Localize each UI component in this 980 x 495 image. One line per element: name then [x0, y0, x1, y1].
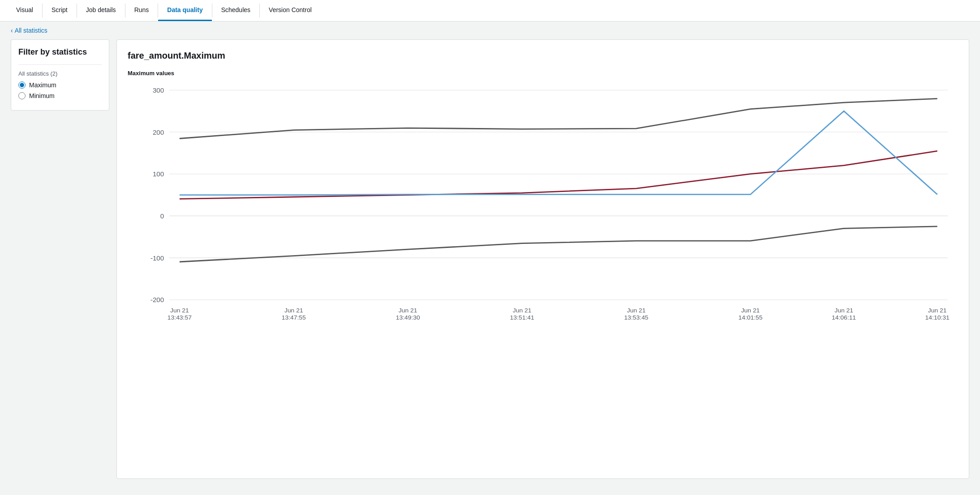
svg-text:14:06:11: 14:06:11: [832, 315, 856, 321]
svg-text:-200: -200: [150, 297, 164, 304]
chart-svg: 300 200 100 0 -100 -200: [128, 80, 958, 340]
svg-text:300: 300: [153, 87, 164, 94]
tab-data-quality[interactable]: Data quality: [158, 0, 211, 21]
chart-container: 300 200 100 0 -100 -200: [128, 80, 958, 340]
chart-area: fare_amount.Maximum Maximum values 300 2…: [116, 39, 969, 479]
svg-text:Jun 21: Jun 21: [170, 307, 189, 314]
svg-text:Jun 21: Jun 21: [741, 307, 760, 314]
tab-runs[interactable]: Runs: [125, 0, 158, 21]
radio-minimum-label: Minimum: [29, 92, 55, 99]
radio-minimum[interactable]: Minimum: [18, 92, 102, 99]
filter-panel: Filter by statistics All statistics (2) …: [11, 39, 109, 111]
svg-text:0: 0: [160, 213, 164, 220]
all-statistics-link[interactable]: ‹ All statistics: [11, 27, 969, 34]
filter-title: Filter by statistics: [18, 47, 102, 57]
top-navigation: Visual Script Job details Runs Data qual…: [0, 0, 980, 21]
svg-text:14:01:55: 14:01:55: [738, 315, 762, 321]
svg-text:Jun 21: Jun 21: [627, 307, 646, 314]
svg-text:Jun 21: Jun 21: [834, 307, 853, 314]
chevron-left-icon: ‹: [11, 27, 13, 34]
svg-text:13:47:55: 13:47:55: [282, 315, 306, 321]
svg-text:13:49:30: 13:49:30: [396, 315, 420, 321]
radio-maximum-label: Maximum: [29, 81, 56, 89]
svg-text:13:43:57: 13:43:57: [168, 315, 192, 321]
svg-text:Jun 21: Jun 21: [284, 307, 303, 314]
svg-text:13:51:41: 13:51:41: [510, 315, 534, 321]
svg-text:200: 200: [153, 129, 164, 136]
svg-text:Jun 21: Jun 21: [399, 307, 417, 314]
tab-visual[interactable]: Visual: [7, 0, 42, 21]
radio-minimum-input[interactable]: [18, 92, 26, 99]
breadcrumb-label: All statistics: [15, 27, 47, 34]
tab-version-control[interactable]: Version Control: [260, 0, 321, 21]
chart-subtitle: Maximum values: [128, 70, 958, 77]
radio-maximum-input[interactable]: [18, 81, 26, 89]
svg-text:Jun 21: Jun 21: [928, 307, 947, 314]
main-content: Filter by statistics All statistics (2) …: [0, 39, 980, 490]
svg-text:-100: -100: [150, 255, 164, 262]
svg-text:13:53:45: 13:53:45: [624, 315, 649, 321]
tab-schedules[interactable]: Schedules: [212, 0, 259, 21]
svg-text:Jun 21: Jun 21: [513, 307, 532, 314]
filter-section-label: All statistics (2): [18, 64, 102, 77]
svg-text:14:10:31: 14:10:31: [925, 315, 950, 321]
radio-maximum[interactable]: Maximum: [18, 81, 102, 89]
svg-text:100: 100: [153, 171, 164, 178]
tab-script[interactable]: Script: [43, 0, 77, 21]
breadcrumb: ‹ All statistics: [0, 21, 980, 39]
chart-title: fare_amount.Maximum: [128, 51, 958, 61]
tab-job-details[interactable]: Job details: [77, 0, 125, 21]
